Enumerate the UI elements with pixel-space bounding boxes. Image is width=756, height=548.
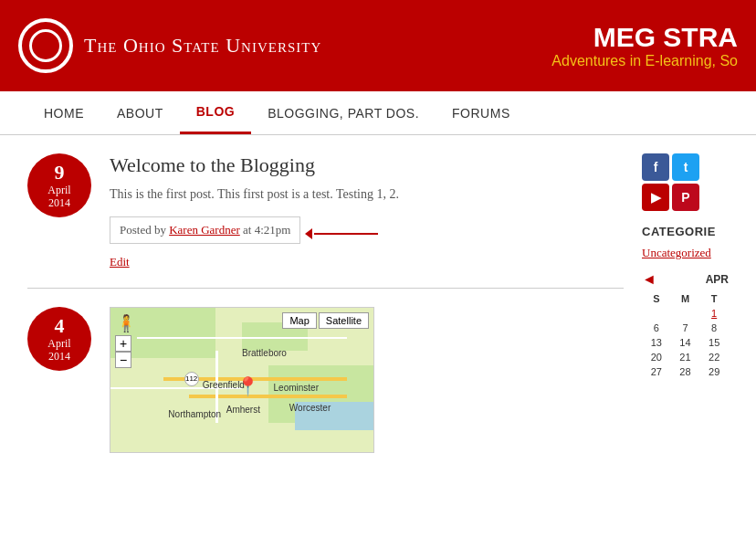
- cal-row-2: 6 7 8: [642, 321, 729, 335]
- osu-logo: The Ohio State University: [18, 18, 321, 73]
- post-1-year: 2014: [48, 196, 70, 209]
- cal-day-21: 21: [671, 350, 700, 364]
- nav-forums[interactable]: FORUMS: [436, 93, 527, 133]
- post-2-date-circle: 4 April 2014: [27, 307, 91, 371]
- social-icons-group: f t ▶ P: [642, 153, 729, 211]
- post-2-day: 4: [55, 315, 65, 337]
- post-1-meta-box: Posted by Karen Gardner at 4:21pm: [110, 216, 300, 244]
- cal-row-4: 20 21 22: [642, 350, 729, 364]
- youtube-icon[interactable]: ▶: [642, 184, 669, 211]
- cal-day-22: 22: [699, 350, 729, 364]
- posted-by-label: Posted by: [120, 223, 169, 237]
- zoom-in-button[interactable]: +: [115, 335, 131, 352]
- post-2-month: April: [47, 337, 70, 350]
- calendar-prev-button[interactable]: ◄: [642, 271, 656, 288]
- categories-title: CATEGORIE: [642, 225, 729, 238]
- edit-link[interactable]: Edit: [110, 255, 624, 269]
- university-name: The Ohio State University: [84, 34, 321, 58]
- post-1-title: Welcome to the Blogging: [110, 153, 624, 177]
- map-pin-icon: 📍: [236, 375, 259, 397]
- cal-day-1[interactable]: 1: [699, 306, 729, 321]
- map-zoom-controls: + −: [115, 335, 131, 368]
- post-1-day: 9: [55, 162, 65, 184]
- cal-header-t: T: [699, 291, 729, 306]
- author-link[interactable]: Karen Gardner: [169, 223, 240, 237]
- cal-day-27: 27: [642, 364, 671, 379]
- map-toolbar: Map Satellite: [282, 312, 369, 329]
- nav-blogging-part-dos[interactable]: BLOGGING, PART DOS.: [251, 93, 436, 133]
- cal-day-7: 7: [671, 321, 700, 335]
- navigation: HOME ABOUT BLOG BLOGGING, PART DOS. FORU…: [0, 91, 756, 135]
- post-1-content: Welcome to the Blogging This is the firs…: [110, 153, 624, 269]
- arrow-head-icon: [305, 228, 312, 239]
- map-road-h-1: [137, 337, 347, 339]
- cal-cell: [642, 306, 671, 321]
- cal-day-14: 14: [671, 335, 700, 350]
- calendar-grid: S M T 1 6 7 8: [642, 291, 729, 379]
- cal-row-3: 13 14 15: [642, 335, 729, 350]
- map-label-northampton: Northampton: [168, 409, 221, 419]
- cal-day-13: 13: [642, 335, 671, 350]
- nav-blog[interactable]: BLOG: [180, 91, 251, 134]
- post-arrow: [305, 228, 378, 239]
- cal-header-m: M: [671, 291, 700, 306]
- map-label-brattleboro: Brattleboro: [242, 348, 287, 358]
- post-divider: [27, 288, 624, 289]
- cal-day-20: 20: [642, 350, 671, 364]
- calendar-header: ◄ APR: [642, 271, 729, 288]
- sidebar: f t ▶ P CATEGORIE Uncategorized ◄ APR S …: [642, 153, 729, 453]
- map-label-leominster: Leominster: [274, 383, 319, 393]
- cal-header-s: S: [642, 291, 671, 306]
- calendar-month: APR: [706, 273, 729, 286]
- header: The Ohio State University MEG STRA Adven…: [0, 0, 756, 91]
- cal-day-15: 15: [699, 335, 729, 350]
- mini-calendar: ◄ APR S M T 1: [642, 271, 729, 379]
- facebook-icon[interactable]: f: [642, 153, 669, 181]
- content-area: 9 April 2014 Welcome to the Blogging Thi…: [27, 153, 624, 453]
- post-2: 4 April 2014: [27, 307, 624, 453]
- zoom-out-button[interactable]: −: [115, 352, 131, 368]
- blog-subtitle: Adventures in E-learning, So: [551, 53, 738, 69]
- post-2-year: 2014: [48, 350, 70, 363]
- nav-about[interactable]: ABOUT: [100, 93, 180, 133]
- category-uncategorized[interactable]: Uncategorized: [642, 246, 729, 260]
- main-container: 9 April 2014 Welcome to the Blogging Thi…: [0, 135, 756, 471]
- map-road-2: [189, 395, 347, 398]
- map-container: 112 Brattleboro Greenfield Northampton A…: [110, 307, 374, 453]
- map-background: 112 Brattleboro Greenfield Northampton A…: [110, 308, 373, 452]
- cal-day-29: 29: [699, 364, 729, 379]
- post-time: at 4:21pm: [240, 223, 291, 237]
- blog-name: MEG STRA: [551, 22, 738, 53]
- pinterest-icon[interactable]: P: [672, 184, 699, 211]
- post-1: 9 April 2014 Welcome to the Blogging Thi…: [27, 153, 624, 269]
- blog-title-area: MEG STRA Adventures in E-learning, So: [533, 0, 756, 91]
- cal-row-5: 27 28 29: [642, 364, 729, 379]
- osu-oval-inner-icon: [29, 29, 62, 62]
- arrow-line-icon: [314, 233, 378, 235]
- cal-day-8: 8: [699, 321, 729, 335]
- nav-home[interactable]: HOME: [27, 93, 100, 133]
- cal-cell: [671, 306, 700, 321]
- satellite-button[interactable]: Satellite: [319, 312, 369, 329]
- osu-oval-icon: [18, 18, 73, 73]
- map-label-amherst: Amherst: [226, 405, 260, 415]
- cal-day-28: 28: [671, 364, 700, 379]
- pegman-icon[interactable]: 🧍: [116, 313, 136, 333]
- osu-oval-center-icon: [40, 40, 51, 51]
- post-1-month: April: [47, 184, 70, 196]
- map-route-sign: 112: [184, 372, 199, 386]
- map-label-worcester: Worcester: [289, 403, 331, 413]
- map-button[interactable]: Map: [282, 312, 316, 329]
- twitter-icon[interactable]: t: [672, 153, 699, 181]
- post-1-date-circle: 9 April 2014: [27, 153, 91, 217]
- post-1-body: This is the first post. This first post …: [110, 184, 624, 204]
- cal-row-1: 1: [642, 306, 729, 321]
- cal-day-6: 6: [642, 321, 671, 335]
